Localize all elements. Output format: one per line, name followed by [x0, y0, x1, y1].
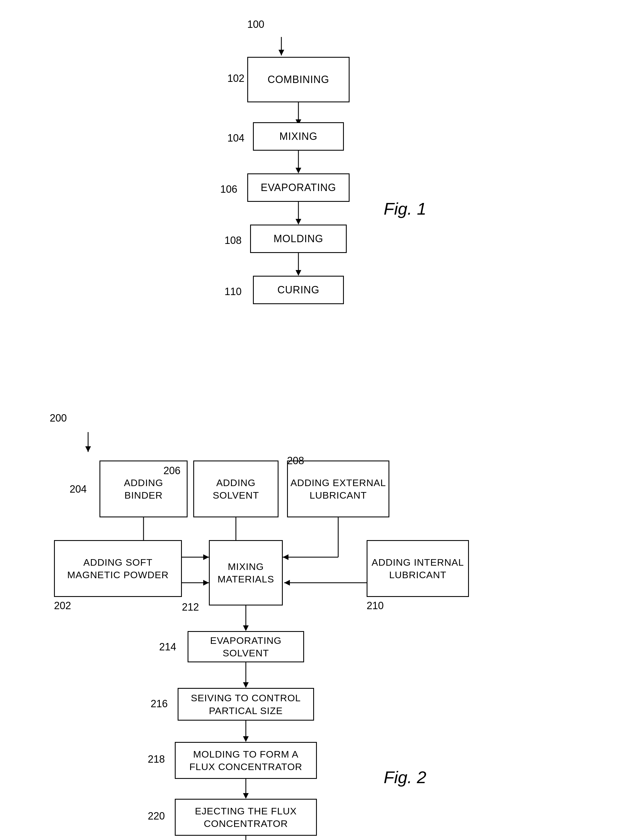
step-210-text: ADDING INTERNALLUBRICANT [372, 556, 464, 581]
svg-marker-11 [85, 446, 91, 452]
step-216-label: 216 [151, 698, 168, 710]
svg-marker-19 [283, 554, 288, 560]
step-104-box: MIXING [253, 122, 344, 151]
step-208-box: ADDING EXTERNALLUBRICANT [287, 461, 389, 517]
step-110-box: CURING [253, 276, 344, 304]
step-104-text: MIXING [279, 130, 317, 142]
svg-marker-31 [243, 793, 249, 799]
step-106-text: EVAPORATING [261, 182, 336, 193]
step-218-box: MOLDING TO FORM AFLUX CONCENTRATOR [175, 742, 317, 779]
svg-marker-14 [203, 554, 209, 560]
svg-marker-7 [295, 219, 301, 224]
svg-marker-5 [295, 168, 301, 173]
step-202-label: 202 [54, 600, 71, 612]
step-104-label: 104 [227, 132, 244, 144]
step-208-text: ADDING EXTERNALLUBRICANT [291, 477, 386, 502]
step-102-box: COMBINING [247, 57, 350, 102]
step-214-label: 214 [159, 641, 176, 653]
step-202-text: ADDING SOFTMAGNETIC POWDER [67, 556, 169, 581]
step-218-label: 218 [148, 753, 165, 765]
step-106-box: EVAPORATING [247, 173, 350, 202]
step-212-text: MIXINGMATERIALS [217, 560, 274, 585]
svg-marker-21 [203, 580, 209, 586]
step-220-text: EJECTING THE FLUXCONCENTRATOR [195, 805, 297, 830]
svg-marker-29 [243, 736, 249, 742]
step-210-label: 210 [367, 600, 384, 612]
step-204-label: 204 [69, 483, 87, 495]
step-202-box: ADDING SOFTMAGNETIC POWDER [54, 540, 182, 597]
step-216-text: SEIVING TO CONTROLPARTICAL SIZE [191, 692, 301, 717]
step-214-box: EVAPORATINGSOLVENT [187, 631, 304, 662]
svg-marker-1 [279, 50, 284, 55]
step-210-box: ADDING INTERNALLUBRICANT [367, 540, 469, 597]
step-110-text: CURING [278, 284, 319, 296]
step-220-box: EJECTING THE FLUXCONCENTRATOR [175, 799, 317, 836]
svg-marker-23 [284, 580, 290, 586]
step-206-label: 206 [164, 465, 180, 477]
svg-marker-9 [295, 270, 301, 276]
step-220-label: 220 [148, 810, 165, 822]
svg-marker-27 [243, 682, 249, 688]
step-106-label: 106 [220, 183, 237, 195]
svg-marker-25 [243, 625, 249, 631]
step-212-label: 212 [182, 601, 199, 613]
fig2-diagram-label: 200 [50, 412, 67, 424]
step-214-text: EVAPORATINGSOLVENT [210, 634, 282, 659]
step-208-label: 208 [287, 455, 304, 467]
step-102-label: 102 [227, 72, 244, 84]
step-212-box: MIXINGMATERIALS [209, 540, 283, 605]
step-108-text: MOLDING [273, 233, 323, 245]
step-206-text: ADDINGSOLVENT [213, 477, 259, 502]
fig1-label: Fig. 1 [384, 199, 426, 218]
step-206-box: ADDINGSOLVENT [193, 461, 279, 517]
step-216-box: SEIVING TO CONTROLPARTICAL SIZE [178, 688, 314, 720]
fig2-label: Fig. 2 [384, 768, 426, 787]
step-218-text: MOLDING TO FORM AFLUX CONCENTRATOR [189, 748, 302, 773]
diagram-container: 100 COMBINING 102 MIXING 104 EVAPORATING… [0, 0, 617, 840]
step-108-box: MOLDING [250, 224, 347, 253]
step-110-label: 110 [224, 286, 242, 298]
step-204-text: ADDINGBINDER [124, 477, 163, 502]
fig1-diagram-label: 100 [247, 18, 264, 30]
step-102-text: COMBINING [267, 74, 329, 86]
step-108-label: 108 [224, 235, 242, 247]
